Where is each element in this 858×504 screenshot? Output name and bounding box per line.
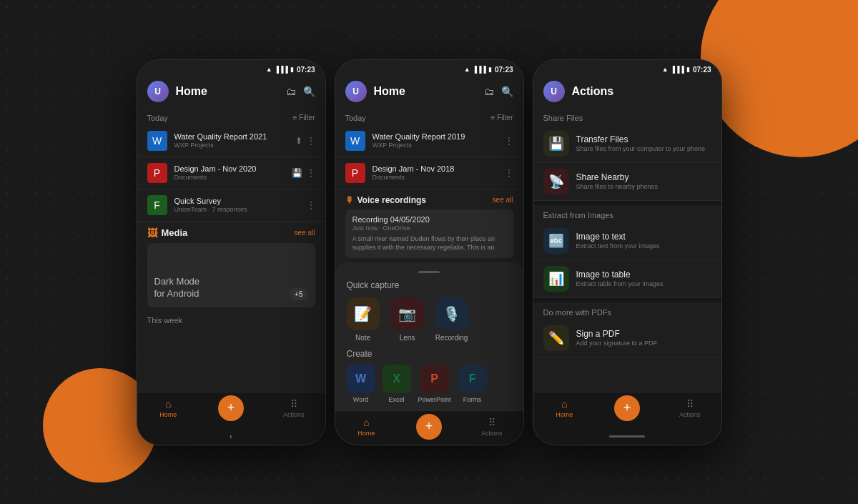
qc-items-row: 📝 Note 📷 Lens 🎙️ Recording [347,297,512,342]
ppt-label: PowerPoint [418,396,451,403]
create-word[interactable]: W Word [347,365,375,403]
create-section-label: Create [347,349,512,359]
nav-actions-center[interactable]: ⠿ Actions [460,417,523,440]
nav-actions-left[interactable]: ⠿ Actions [262,398,325,421]
home-icon-center: ⌂ [363,417,369,428]
status-icons-center: ▲ ▐▐▐ ▮ [464,66,492,73]
folder-icon[interactable]: 🗂 [286,86,296,97]
file-info-0: Water Quality Report 2021 WXP Projects [174,132,288,149]
search-icon-c[interactable]: 🔍 [501,86,513,97]
see-all-voice[interactable]: see all [493,196,513,204]
qc-item-lens[interactable]: 📷 Lens [391,297,424,342]
more-icon-0[interactable]: ⋮ [307,136,315,146]
see-all-media-left[interactable]: see all [295,229,315,237]
image-to-text-item[interactable]: 🔤 Image to text Extract text from your i… [533,222,721,260]
nav-actions-right[interactable]: ⠿ Actions [659,398,721,421]
forms-label: Forms [463,396,482,403]
nav-home-center[interactable]: ⌂ Home [335,417,398,440]
fab-icon-left: + [227,400,235,415]
fab-button-center[interactable]: + [416,414,442,440]
file-actions-2: ⋮ [307,200,315,210]
file-item-2[interactable]: F Quick Survey UnionTeam · 7 responses ⋮ [137,189,325,222]
nav-home-left[interactable]: ⌂ Home [137,398,200,421]
save-icon-1[interactable]: 💾 [292,168,302,178]
note-label: Note [355,334,370,342]
media-thumb-text-left: Dark Mode for Android [154,276,200,300]
more-icon-c1[interactable]: ⋮ [505,168,513,178]
fab-icon-center: + [425,419,433,434]
file-sub-c0: WXP Projects [373,142,498,149]
nav-actions-label-center: Actions [481,430,503,437]
recording-card[interactable]: Recording 04/05/2020 Just now · OneDrive… [345,209,513,258]
phone-center: ▲ ▐▐▐ ▮ 07:23 U Home 🗂 🔍 Today ≡ Filter [335,59,524,445]
share-nearby-desc: Share files to nearby phones [576,183,659,190]
status-icons-left: ▲ ▐▐▐ ▮ [266,66,294,73]
more-icon-c0[interactable]: ⋮ [505,136,513,146]
sign-pdf-item[interactable]: ✏️ Sign a PDF Add your signature to a PD… [533,320,721,357]
fab-button-left[interactable]: + [218,395,244,421]
create-forms[interactable]: F Forms [458,365,487,403]
file-item-0[interactable]: W Water Quality Report 2021 WXP Projects… [137,125,325,157]
create-ppt[interactable]: P PowerPoint [418,365,451,403]
file-actions-0: ⬆ ⋮ [295,136,315,146]
nav-fab-left[interactable]: + [199,398,262,421]
qc-item-note[interactable]: 📝 Note [347,297,380,342]
file-sub-c1: Documents [373,174,498,181]
wifi-icon-r: ▲ [662,66,669,73]
nav-home-right[interactable]: ⌂ Home [533,398,596,421]
page-title-center: Home [374,85,477,98]
image-to-table-item[interactable]: 📊 Image to table Extract table from your… [533,260,721,298]
actions-icon-center: ⠿ [488,417,495,428]
app-header-center: U Home 🗂 🔍 [335,76,523,108]
voice-title: 🎙 Voice recordings [345,195,426,205]
word-label: Word [353,396,368,403]
nav-fab-center[interactable]: + [398,417,460,440]
actions-content: Share Files 💾 Transfer Files Share files… [533,108,721,392]
back-icon-left[interactable]: ‹ [230,433,232,440]
media-title-text-left: Media [162,227,188,238]
more-icon-2[interactable]: ⋮ [307,200,315,210]
forms-icon: F [458,365,487,393]
back-bar-right [533,428,721,445]
status-bar-center: ▲ ▐▐▐ ▮ 07:23 [335,60,523,76]
file-info-1: Design Jam - Nov 2020 Documents [174,164,285,181]
recording-preview: A small river named Duden flows by their… [352,234,506,252]
battery-icon: ▮ [290,66,294,73]
filter-btn-left[interactable]: ≡ Filter [292,114,315,122]
thumb-sub-text: for Android [154,288,199,299]
create-excel[interactable]: X Excel [383,365,411,403]
sign-pdf-desc: Add your signature to a PDF [576,340,658,347]
actions-icon-right: ⠿ [686,398,694,410]
recording-label: Recording [435,334,468,342]
more-icon-1[interactable]: ⋮ [307,168,315,178]
excel-icon: X [383,365,411,393]
folder-icon-c[interactable]: 🗂 [484,86,494,97]
qc-title: Quick capture [347,280,512,290]
qc-item-recording[interactable]: 🎙️ Recording [435,297,468,342]
search-icon[interactable]: 🔍 [303,86,315,97]
battery-icon-r: ▮ [686,66,690,73]
file-info-c0: Water Quality Report 2019 WXP Projects [373,132,498,149]
file-item-1[interactable]: P Design Jam - Nov 2020 Documents 💾 ⋮ [137,157,325,189]
time-center: 07:23 [495,66,513,74]
today-section-center: Today ≡ Filter [335,108,523,125]
bottom-nav-left: ⌂ Home + ⠿ Actions [137,392,325,428]
fab-button-right[interactable]: + [614,395,640,421]
file-item-c0[interactable]: W Water Quality Report 2019 WXP Projects… [335,125,523,157]
transfer-files-item[interactable]: 💾 Transfer Files Share files from your c… [533,125,721,163]
transfer-files-icon: 💾 [543,131,569,157]
sign-pdf-name: Sign a PDF [576,329,658,339]
share-nearby-info: Share Nearby Share files to nearby phone… [576,172,659,190]
upload-icon-0[interactable]: ⬆ [295,136,302,146]
home-icon-left: ⌂ [165,398,171,410]
filter-btn-center[interactable]: ≡ Filter [490,114,513,122]
file-item-c1[interactable]: P Design Jam - Nov 2018 Documents ⋮ [335,157,523,189]
signal-icon: ▐▐▐ [275,66,288,73]
status-bar-left: ▲ ▐▐▐ ▮ 07:23 [137,60,325,76]
quick-capture-panel: Quick capture 📝 Note 📷 Lens 🎙️ Recording… [335,262,523,410]
nav-fab-right[interactable]: + [596,398,659,421]
filter-icon-c: ≡ [490,114,495,122]
share-nearby-item[interactable]: 📡 Share Nearby Share files to nearby pho… [533,163,721,201]
this-week-label: This week [137,312,325,329]
image-to-table-name: Image to table [576,270,664,280]
